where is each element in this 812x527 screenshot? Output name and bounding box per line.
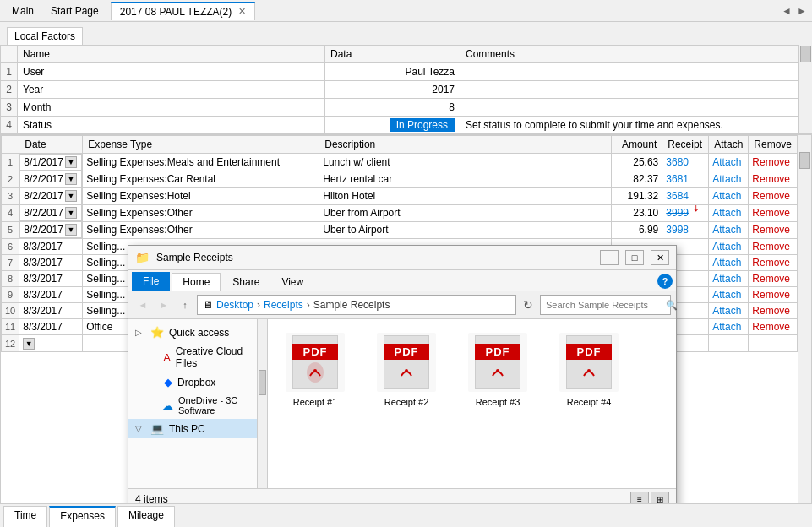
col-date: Date [19, 136, 83, 154]
receipt-link[interactable]: 3999 [666, 207, 689, 219]
col-data: Data [325, 46, 460, 63]
remove-link[interactable]: Remove [752, 173, 790, 185]
path-sep-1: › [257, 299, 260, 311]
nav-item-creative-cloud[interactable]: A Creative Cloud Files [128, 342, 267, 372]
date-dropdown-icon[interactable]: ▼ [65, 207, 77, 219]
nav-back-button[interactable]: ◄ [134, 296, 152, 314]
ribbon-tab-view[interactable]: View [271, 274, 313, 291]
receipt-link[interactable]: 3680 [666, 156, 689, 168]
nav-item-dropbox[interactable]: ◆ Dropbox [128, 372, 267, 392]
file-item-receipt2[interactable]: PDF Receipt #2 [369, 333, 444, 407]
date-dropdown-icon[interactable]: ▼ [65, 173, 77, 185]
remove-link[interactable]: Remove [752, 273, 790, 285]
attach-link[interactable]: Attach [712, 305, 741, 317]
receipt-link[interactable]: 3681 [666, 173, 689, 185]
date-dropdown-icon[interactable]: ▼ [65, 224, 77, 236]
tab-mileage[interactable]: Mileage [117, 506, 175, 527]
tab-label: Mileage [128, 509, 164, 521]
dialog-title: Sample Receipts [156, 252, 593, 264]
local-factors-tab[interactable]: Local Factors [7, 27, 83, 45]
help-button[interactable]: ? [657, 274, 673, 289]
ribbon-tab-share[interactable]: Share [222, 274, 270, 291]
date-dropdown-icon[interactable]: ▼ [65, 156, 77, 168]
nav-item-quick-access[interactable]: ▷ ⭐ Quick access [128, 323, 267, 342]
remove-link[interactable]: Remove [752, 241, 790, 253]
view-buttons: ≡ ⊞ [630, 492, 669, 503]
search-box[interactable]: 🔍 [540, 295, 671, 315]
remove-link[interactable]: Remove [752, 321, 790, 333]
nav-up-button[interactable]: ↑ [176, 296, 194, 314]
attach-link[interactable]: Attach [712, 289, 741, 301]
date-cell: 8/2/2017 [24, 224, 63, 236]
row-data: 8 [325, 99, 460, 117]
file-content-area: PDF Receipt #1 [268, 319, 676, 488]
col-receipt: Receipt [662, 136, 709, 154]
menu-start-page[interactable]: Start Page [42, 2, 107, 20]
row-label: User [18, 63, 325, 81]
file-label: Receipt #3 [476, 397, 520, 407]
ribbon-tab-home[interactable]: Home [172, 273, 221, 291]
active-tab[interactable]: 2017 08 PAUL TEZZA(2) ✕ [111, 2, 256, 20]
row-data: Paul Tezza [325, 63, 460, 81]
path-desktop[interactable]: Desktop [216, 299, 253, 311]
receipt-link[interactable]: 3998 [666, 224, 689, 236]
date-dropdown-icon[interactable]: ▼ [23, 338, 35, 350]
remove-link[interactable]: Remove [752, 224, 790, 236]
red-arrow-icon: ↓ [692, 204, 700, 214]
attach-link[interactable]: Attach [712, 273, 741, 285]
attach-link[interactable]: Attach [712, 173, 741, 185]
attach-link[interactable]: Attach [712, 241, 741, 253]
address-path[interactable]: 🖥 Desktop › Receipts › Sample Receipts [197, 295, 516, 315]
menu-main[interactable]: Main [3, 2, 42, 20]
remove-link[interactable]: Remove [752, 257, 790, 269]
file-item-receipt3[interactable]: PDF Receipt #3 [460, 333, 535, 407]
row-comment: Set status to complete to submit your ti… [460, 117, 798, 134]
attach-link[interactable]: Attach [712, 190, 741, 202]
attach-link[interactable]: Attach [712, 156, 741, 168]
ribbon-tab-file[interactable]: File [132, 272, 170, 291]
large-icon-view-button[interactable]: ⊞ [651, 492, 669, 503]
remove-link[interactable]: Remove [752, 305, 790, 317]
search-input[interactable] [546, 300, 662, 310]
minimize-button[interactable]: ─ [600, 250, 619, 265]
remove-link[interactable]: Remove [752, 207, 790, 219]
attach-link[interactable]: Attach [712, 321, 741, 333]
maximize-button[interactable]: □ [625, 250, 644, 265]
tab-time[interactable]: Time [3, 506, 47, 527]
col-comments: Comments [460, 46, 798, 63]
nav-item-this-pc[interactable]: ▽ 💻 This PC [128, 419, 267, 438]
table-row: 1 User Paul Tezza [1, 63, 798, 81]
nav-forward-button[interactable]: ► [155, 296, 173, 314]
file-item-receipt4[interactable]: PDF Receipt #4 [552, 333, 626, 407]
remove-link[interactable]: Remove [752, 289, 790, 301]
nav-item-onedrive[interactable]: ☁ OneDrive - 3C Software [128, 392, 267, 419]
attach-link[interactable]: Attach [712, 257, 741, 269]
close-button[interactable]: ✕ [651, 250, 669, 265]
path-receipts[interactable]: Receipts [264, 299, 303, 311]
quick-access-icon: ⭐ [150, 326, 164, 339]
tab-label: Time [14, 509, 36, 521]
date-dropdown-icon[interactable]: ▼ [65, 190, 77, 202]
pdf-icon-wrapper: PDF [559, 333, 619, 392]
app-window: Main Start Page 2017 08 PAUL TEZZA(2) ✕ … [0, 0, 812, 527]
tab-label: Expenses [60, 510, 105, 522]
attach-link[interactable]: Attach [712, 224, 741, 236]
remove-link[interactable]: Remove [752, 190, 790, 202]
list-view-button[interactable]: ≡ [630, 492, 649, 503]
nav-label: OneDrive - 3C Software [178, 395, 260, 416]
row-label: Month [18, 99, 325, 117]
refresh-button[interactable]: ↻ [519, 296, 537, 314]
file-item-receipt1[interactable]: PDF Receipt #1 [278, 333, 352, 407]
attach-link[interactable]: Attach [712, 207, 741, 219]
nav-right-icon[interactable]: ► [795, 4, 809, 18]
onedrive-icon: ☁ [162, 399, 173, 412]
table-row: 2 Year 2017 [1, 81, 798, 99]
tab-close-icon[interactable]: ✕ [238, 6, 246, 17]
file-label: Receipt #2 [384, 397, 429, 407]
receipt-link[interactable]: 3684 [666, 190, 689, 202]
pdf-icon-wrapper: PDF [286, 333, 345, 392]
tab-expenses[interactable]: Expenses [49, 506, 116, 527]
tab-label: 2017 08 PAUL TEZZA(2) [120, 6, 232, 18]
remove-link[interactable]: Remove [752, 156, 790, 168]
nav-left-icon[interactable]: ◄ [780, 4, 793, 18]
